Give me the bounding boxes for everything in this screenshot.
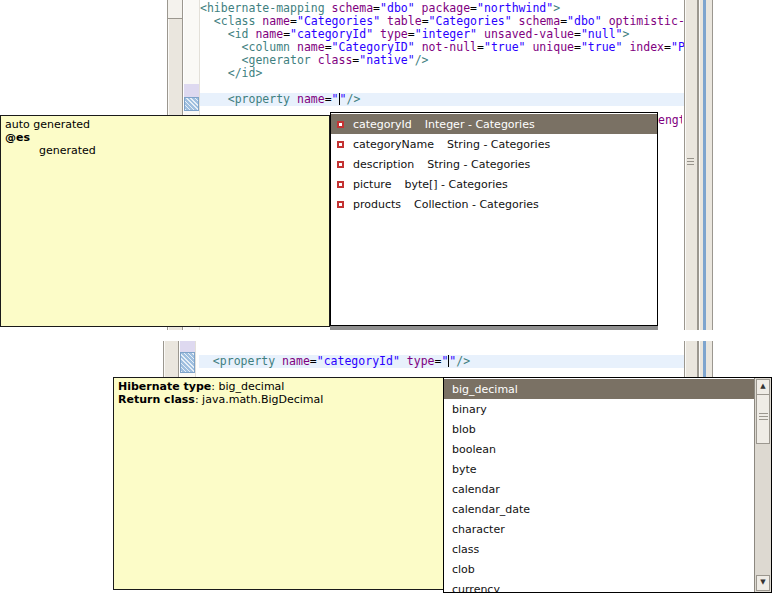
code-line[interactable]: <property name="categoryId" type=""/> — [199, 355, 684, 368]
completion-item[interactable]: binary — [444, 399, 754, 419]
code-line[interactable]: <property name=""/> — [200, 93, 684, 106]
code-token — [311, 53, 318, 67]
thumb-grip-icon — [759, 416, 768, 417]
code-token: optimistic-lock — [609, 14, 684, 28]
code-token — [380, 14, 387, 28]
code-line[interactable]: </id> — [200, 67, 684, 80]
tooltip-line: generated — [5, 144, 325, 157]
completion-item-name: calendar_date — [452, 503, 530, 516]
completion-item-name: character — [452, 523, 505, 536]
completion-item[interactable]: currency — [444, 579, 754, 593]
completion-item-type: String - Categories — [447, 138, 550, 151]
ruler-annotation — [184, 84, 199, 97]
code-token: = — [325, 40, 332, 54]
code-token: </id> — [228, 66, 263, 80]
code-token: > — [553, 1, 560, 15]
completion-item[interactable]: productsCollection - Categories — [331, 194, 657, 214]
tooltip-line: @es — [5, 131, 325, 144]
completion-item[interactable]: big_decimal — [444, 379, 754, 399]
code-token: = — [325, 92, 332, 106]
completion-item-type: byte[] - Categories — [404, 178, 507, 191]
completion-item[interactable]: blob — [444, 419, 754, 439]
code-token: "categoryId" — [290, 27, 373, 41]
code-token — [512, 14, 519, 28]
code-token — [200, 27, 228, 41]
code-token: name — [262, 14, 290, 28]
code-token: unsaved-value — [484, 27, 574, 41]
scrollbar-thumb[interactable] — [756, 394, 770, 444]
overview-ruler[interactable] — [698, 0, 713, 330]
down-arrow-icon: ▼ — [760, 578, 765, 586]
scroll-down-button[interactable]: ▼ — [756, 575, 770, 591]
completion-item[interactable]: calendar_date — [444, 499, 754, 519]
completion-item[interactable]: picturebyte[] - Categories — [331, 174, 657, 194]
completion-item[interactable]: class — [444, 539, 754, 559]
completion-item-name: binary — [452, 403, 487, 416]
code-token: name — [297, 92, 325, 106]
annotation-ruler — [180, 341, 196, 377]
code-line[interactable]: <generator class="native"/> — [200, 54, 684, 67]
scrollbar-thumb[interactable] — [168, 0, 182, 19]
completion-item[interactable]: character — [444, 519, 754, 539]
completion-item[interactable]: clob — [444, 559, 754, 579]
ruler-current-line-marker — [180, 352, 195, 373]
up-arrow-icon: ▲ — [760, 382, 765, 390]
left-scrollbar[interactable] — [163, 341, 179, 377]
code-token: = — [290, 14, 297, 28]
code-token — [415, 1, 422, 15]
completion-item[interactable]: categoryNameString - Categories — [331, 134, 657, 154]
property-icon — [337, 141, 344, 148]
tooltip-line: Return class: java.math.BigDecimal — [118, 393, 442, 406]
code-token: "CategoryID" — [332, 40, 415, 54]
code-token — [200, 53, 242, 67]
code-token: "categoryId" — [317, 354, 400, 368]
property-icon — [337, 201, 344, 208]
code-token: package — [422, 1, 470, 15]
code-token: table — [387, 14, 422, 28]
code-token: <class — [214, 14, 256, 28]
completion-item-name: picture — [353, 178, 391, 191]
code-token: = — [373, 1, 380, 15]
tooltip-line: auto generated — [5, 118, 325, 131]
code-token: type — [380, 27, 408, 41]
code-token: "Categories" — [429, 14, 512, 28]
popup-scrollbar[interactable]: ▲ ▼ — [754, 378, 771, 592]
completion-item[interactable]: boolean — [444, 439, 754, 459]
completion-popup: big_decimalbinaryblobbooleanbytecalendar… — [443, 377, 772, 593]
code-token: type — [407, 354, 435, 368]
completion-item-name: big_decimal — [452, 383, 518, 396]
scroll-up-button[interactable]: ▲ — [756, 379, 770, 395]
completion-list: big_decimalbinaryblobbooleanbytecalendar… — [444, 379, 754, 593]
code-token: name — [255, 27, 283, 41]
code-token: = — [664, 40, 671, 54]
code-token: /> — [415, 53, 429, 67]
completion-item-type: Integer - Categories — [425, 118, 535, 131]
completion-item[interactable]: descriptionString - Categories — [331, 154, 657, 174]
code-token: name — [297, 40, 325, 54]
code-token: /> — [456, 354, 470, 368]
code-token: " — [441, 354, 448, 368]
code-token: schema — [332, 1, 374, 15]
clipped-code-fragment: ength= — [658, 114, 682, 127]
code-area[interactable]: <property name="categoryId" type=""/> — [199, 341, 684, 377]
vertical-scrollbar[interactable] — [684, 0, 698, 330]
completion-item-name: class — [452, 543, 479, 556]
code-token: name — [282, 354, 310, 368]
completion-item-name: blob — [452, 423, 476, 436]
code-token: "null" — [581, 27, 623, 41]
completion-item[interactable]: categoryIdInteger - Categories — [331, 114, 657, 134]
tooltip-label: Hibernate type — [118, 380, 211, 393]
property-icon — [337, 121, 344, 128]
screenshot-canvas: <hibernate-mapping schema="dbo" package=… — [0, 0, 776, 595]
completion-item-name: categoryName — [353, 138, 434, 151]
completion-item-name: description — [353, 158, 414, 171]
code-token: "integer" — [415, 27, 477, 41]
code-token: not-null — [422, 40, 477, 54]
property-icon — [337, 181, 344, 188]
code-token — [290, 92, 297, 106]
completion-item[interactable]: calendar — [444, 479, 754, 499]
code-token: " — [332, 92, 339, 106]
overview-ruler[interactable] — [698, 341, 713, 377]
vertical-scrollbar[interactable] — [684, 341, 698, 377]
completion-item[interactable]: byte — [444, 459, 754, 479]
